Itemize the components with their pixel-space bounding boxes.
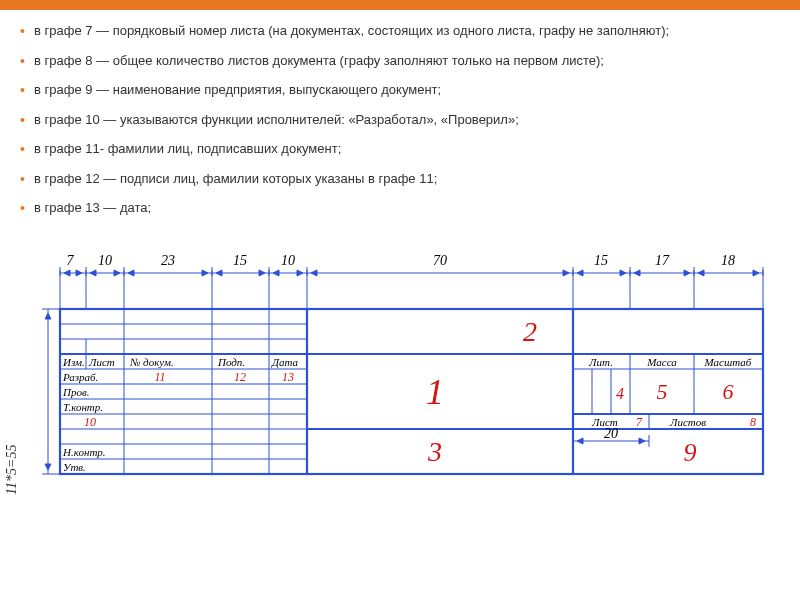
cell-1: 1 [426, 372, 444, 412]
cell-4: 4 [616, 385, 624, 402]
lbl-tkontr: Т.контр. [63, 401, 103, 413]
dim-17: 17 [655, 253, 670, 268]
title-block-diagram: 11*5=55 7 10 23 15 10 70 15 17 18 Изм. Л… [0, 235, 800, 509]
cell-6: 6 [723, 379, 734, 404]
lbl-razrab: Разраб. [62, 371, 98, 383]
dim-15b: 15 [594, 253, 608, 268]
lbl-lit: Лит. [588, 356, 613, 368]
lbl-listov: Листов [669, 416, 706, 428]
bullet-item: в графе 12 — подписи лиц, фамилии которы… [20, 170, 780, 188]
hdr-podp: Подп. [217, 356, 245, 368]
dim-18: 18 [721, 253, 735, 268]
dim-70: 70 [433, 253, 447, 268]
dim-10b: 10 [281, 253, 295, 268]
bullet-item: в графе 8 — общее количество листов доку… [20, 52, 780, 70]
hdr-docnum: № докум. [129, 356, 174, 368]
text-content: в графе 7 — порядковый номер листа (на д… [0, 10, 800, 235]
cell-7: 7 [636, 415, 643, 429]
dim-10: 10 [98, 253, 112, 268]
lbl-nkontr: Н.контр. [62, 446, 106, 458]
cell-2: 2 [523, 316, 537, 347]
cell-9: 9 [684, 438, 697, 467]
red-13: 13 [282, 370, 294, 384]
lbl-prov: Пров. [62, 386, 89, 398]
diagram-svg: 7 10 23 15 10 70 15 17 18 Изм. Лист № до… [40, 239, 780, 499]
hdr-list: Лист [88, 356, 115, 368]
bullet-item: в графе 9 — наименование предприятия, вы… [20, 81, 780, 99]
dim-23: 23 [161, 253, 175, 268]
bullet-list: в графе 7 — порядковый номер листа (на д… [20, 22, 780, 217]
lbl-massa: Масса [646, 356, 677, 368]
cell-8: 8 [750, 415, 756, 429]
red-11: 11 [154, 370, 165, 384]
bullet-item: в графе 10 — указываются функции исполни… [20, 111, 780, 129]
lbl-mashtab: Масштаб [704, 356, 752, 368]
red-12: 12 [234, 370, 246, 384]
dim-20: 20 [604, 426, 618, 441]
cell-5: 5 [657, 379, 668, 404]
lbl-utv: Утв. [63, 461, 86, 473]
hdr-data: Дата [271, 356, 299, 368]
bullet-item: в графе 7 — порядковый номер листа (на д… [20, 22, 780, 40]
red-10: 10 [84, 415, 96, 429]
dim-7: 7 [67, 253, 75, 268]
header-bar [0, 0, 800, 10]
dim-15: 15 [233, 253, 247, 268]
side-dimension: 11*5=55 [4, 444, 20, 494]
bullet-item: в графе 11- фамилии лиц, подписавших док… [20, 140, 780, 158]
cell-3: 3 [427, 436, 442, 467]
hdr-izm: Изм. [62, 356, 85, 368]
bullet-item: в графе 13 — дата; [20, 199, 780, 217]
